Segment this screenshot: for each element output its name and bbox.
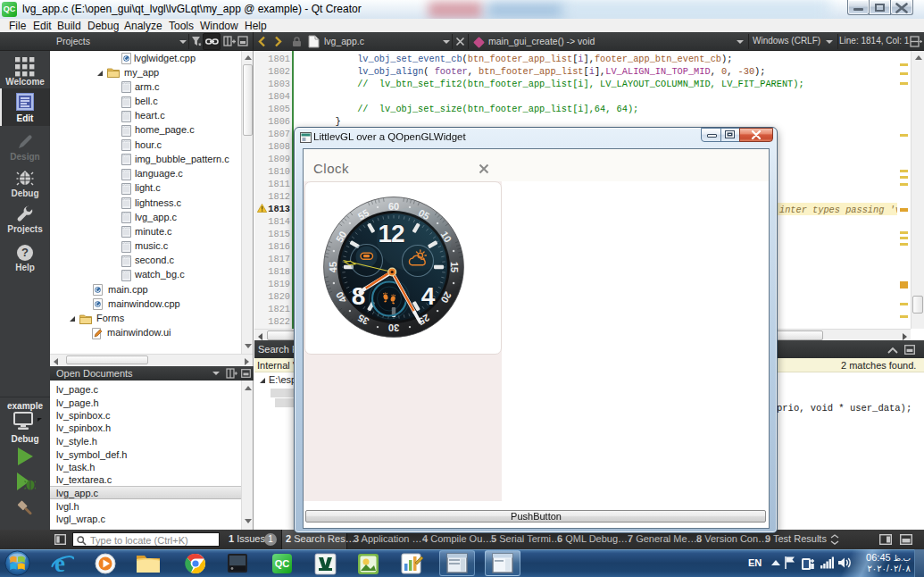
svg-text:45: 45 xyxy=(328,261,338,272)
svg-text:15: 15 xyxy=(449,261,460,272)
svg-text:30: 30 xyxy=(388,322,399,333)
svg-text:e: e xyxy=(54,552,65,575)
svg-text:4: 4 xyxy=(421,282,436,310)
svg-text:60: 60 xyxy=(388,201,399,212)
svg-text:12: 12 xyxy=(378,219,404,247)
svg-text:8: 8 xyxy=(352,282,365,310)
